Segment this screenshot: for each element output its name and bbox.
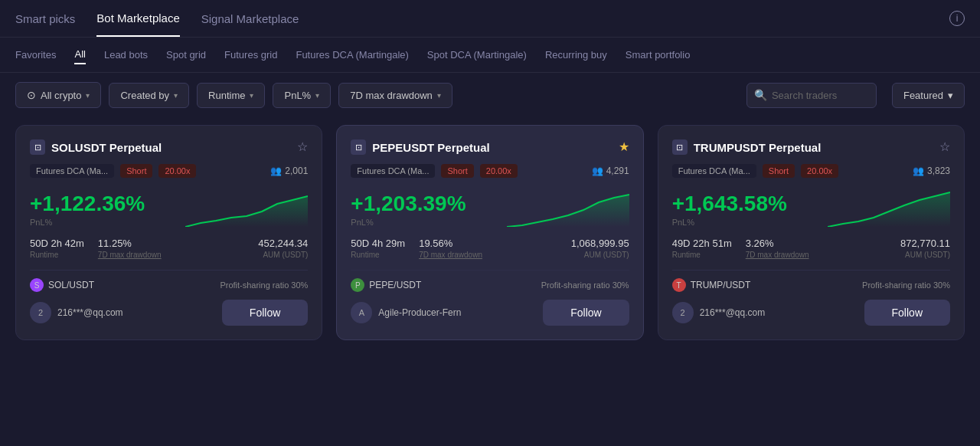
subtab-all[interactable]: All [74,45,85,64]
runtime-value: 50D 2h 42m [30,238,84,249]
drawdown-value: 19.56% [419,238,482,249]
drawdown-value: 3.26% [746,238,809,249]
card-sol: ⊡ SOLUSDT Perpetual ☆ Futures DCA (Ma...… [15,125,322,340]
follow-button[interactable]: Follow [864,300,950,326]
subtab-favorites[interactable]: Favorites [15,46,56,64]
pnl-value: +1,122.36% [30,192,145,216]
card-trump: ⊡ TRUMPUSDT Perpetual ☆ Futures DCA (Ma.… [658,125,965,340]
stats-row: 50D 2h 42m Runtime 11.25% 7D max drawdow… [30,238,308,259]
runtime-label: Runtime [208,90,245,101]
pnl-label: PnL% [351,218,466,227]
pair-label: TRUMP/USDT [691,280,751,290]
aum-stat: 452,244.34 AUM (USDT) [258,238,308,259]
aum-value: 872,770.11 [900,238,950,249]
symbol-icon: ⊡ [30,139,45,155]
subtab-recurring-buy[interactable]: Recurring buy [545,46,607,64]
runtime-label: Runtime [351,251,405,259]
card-pepe: ⊡ PEPEUSDT Perpetual ★ Futures DCA (Ma..… [336,125,643,340]
runtime-label: Runtime [30,251,84,259]
followers-value: 2,001 [285,166,308,176]
drawdown-label: 7D max drawdown [350,90,433,101]
follow-button[interactable]: Follow [222,300,308,326]
strategy-tag: Futures DCA (Ma... [30,164,114,178]
pair-icon: T [672,278,686,292]
symbol-icon: ⊡ [351,139,366,155]
follow-button[interactable]: Follow [543,300,629,326]
runtime-label: Runtime [672,251,732,259]
card-header: ⊡ PEPEUSDT Perpetual [351,139,629,155]
aum-label: AUM (USDT) [900,251,950,259]
runtime-chevron: ▾ [250,91,253,100]
subtab-lead-bots[interactable]: Lead bots [104,46,148,64]
subtab-spot-dca[interactable]: Spot DCA (Martingale) [427,46,527,64]
symbol-icon: ⊡ [672,139,688,155]
runtime-stat: 49D 22h 51m Runtime [672,238,732,259]
card-footer: T TRUMP/USDT Profit-sharing ratio 30% [672,278,950,292]
aum-stat: 1,068,999.95 AUM (USDT) [571,238,629,259]
card-header: ⊡ TRUMPUSDT Perpetual [672,139,950,155]
tab-smart-picks[interactable]: Smart picks [15,12,75,36]
aum-label: AUM (USDT) [258,251,308,259]
pnl-label: PnL% [30,218,145,227]
followers-value: 3,823 [927,166,950,176]
runtime-filter[interactable]: Runtime ▾ [197,83,265,108]
pnl-label: PnL% [284,90,311,101]
pair-icon: S [30,278,44,292]
created-by-label: Created by [120,90,169,101]
pair-badge: T TRUMP/USDT [672,278,751,292]
stats-row: 50D 4h 29m Runtime 19.56% 7D max drawdow… [351,238,629,259]
drawdown-value: 11.25% [98,238,162,249]
followers-icon: 👥 [913,166,924,176]
pnl-filter[interactable]: PnL% ▾ [273,83,331,108]
drawdown-filter[interactable]: 7D max drawdown ▾ [338,83,452,108]
info-icon[interactable]: i [949,11,965,26]
mini-chart [185,189,308,227]
leverage-tag: 20.00x [801,164,838,178]
pair-badge: S SOL/USDT [30,278,94,292]
created-by-chevron: ▾ [174,91,178,100]
aum-value: 452,244.34 [258,238,308,249]
star-icon[interactable]: ☆ [939,139,950,154]
subtab-futures-dca[interactable]: Futures DCA (Martingale) [296,46,408,64]
drawdown-label: 7D max drawdown [746,251,809,259]
search-wrapper: 🔍 [746,83,877,108]
drawdown-chevron: ▾ [437,91,441,100]
followers-icon: 👥 [592,166,603,176]
all-crypto-label: All crypto [41,90,81,101]
all-crypto-chevron: ▾ [86,91,90,100]
aum-stat: 872,770.11 AUM (USDT) [900,238,950,259]
card-header: ⊡ SOLUSDT Perpetual [30,139,308,155]
followers-value: 4,291 [606,166,629,176]
featured-filter[interactable]: Featured ▾ [892,83,965,108]
star-icon[interactable]: ☆ [297,139,308,154]
tab-bot-marketplace[interactable]: Bot Marketplace [96,11,179,37]
all-crypto-filter[interactable]: ⊙ All crypto ▾ [15,82,101,108]
card-footer: S SOL/USDT Profit-sharing ratio 30% [30,278,308,292]
runtime-stat: 50D 4h 29m Runtime [351,238,405,259]
avatar: 2 [30,302,51,323]
divider [672,270,950,271]
trader-row: 2 216***@qq.com Follow [30,300,308,326]
tab-signal-marketplace[interactable]: Signal Marketplace [201,12,299,36]
stats-row: 49D 22h 51m Runtime 3.26% 7D max drawdow… [672,238,950,259]
drawdown-stat: 19.56% 7D max drawdown [419,238,482,259]
cards-grid: ⊡ SOLUSDT Perpetual ☆ Futures DCA (Ma...… [0,117,980,356]
avatar: 2 [672,302,694,323]
subtab-futures-grid[interactable]: Futures grid [224,46,277,64]
runtime-stat: 50D 2h 42m Runtime [30,238,84,259]
created-by-filter[interactable]: Created by ▾ [109,83,189,108]
pair-icon: P [351,278,364,292]
leverage-tag: 20.00x [158,164,196,178]
subtab-smart-portfolio[interactable]: Smart portfolio [626,46,691,64]
drawdown-label: 7D max drawdown [419,251,482,259]
featured-label: Featured [903,90,943,101]
followers-count: 👥 2,001 [270,166,308,176]
direction-tag: Short [441,164,473,178]
star-icon[interactable]: ★ [619,139,629,154]
subtab-spot-grid[interactable]: Spot grid [166,46,206,64]
mini-chart [507,189,629,227]
drawdown-label: 7D max drawdown [98,251,162,259]
pnl-section: +1,203.39% PnL% [351,189,629,227]
followers-icon: 👥 [270,166,282,176]
sub-tabs: Favorites All Lead bots Spot grid Future… [0,38,980,73]
